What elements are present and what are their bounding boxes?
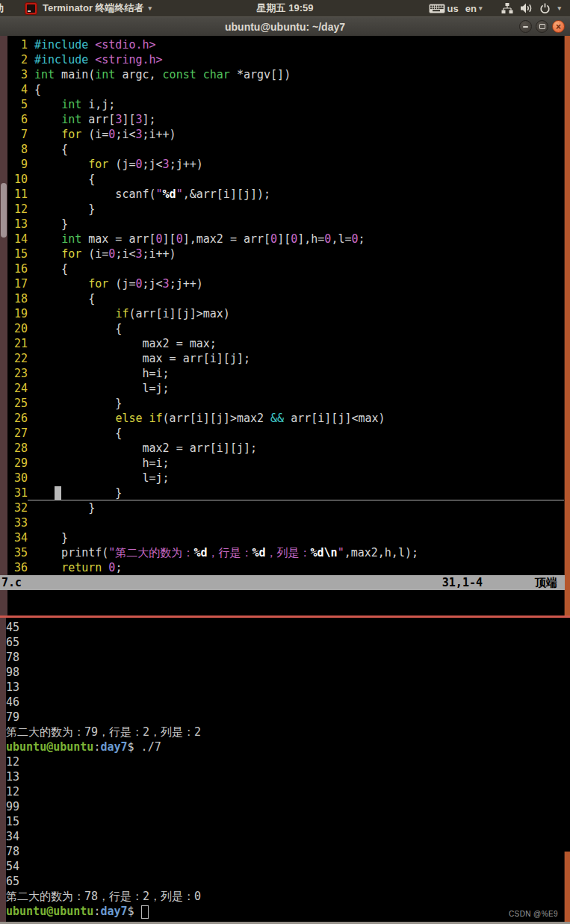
terminal-line[interactable]: 13 xyxy=(6,680,559,695)
line-number: 29 xyxy=(7,456,28,471)
code-line[interactable]: 7 for (i=0;i<3;i++) xyxy=(7,127,565,142)
terminator-app-icon[interactable] xyxy=(25,2,37,15)
code-line[interactable]: 15 for (i=0;i<3;i++) xyxy=(7,246,565,261)
code-line[interactable]: 36 return 0; xyxy=(7,560,565,575)
code-line[interactable]: 8 { xyxy=(7,142,565,157)
text-segment: 0 xyxy=(270,232,277,246)
code-line[interactable]: 13 } xyxy=(7,217,565,232)
code-line[interactable]: 27 { xyxy=(7,426,565,441)
text-segment: 3 xyxy=(163,277,170,291)
code-line[interactable]: 35 printf("第二大的数为：%d，行是：%d，列是：%d\n",max2… xyxy=(7,545,565,560)
terminal-output[interactable]: 45657898134679第二大的数为：79，行是：2，列是：2ubuntu@… xyxy=(6,620,559,919)
language-indicator[interactable]: en ▾ xyxy=(465,3,483,14)
terminal-line[interactable]: 78 xyxy=(6,844,559,859)
code-line[interactable]: 34 } xyxy=(7,530,565,545)
text-segment xyxy=(34,232,61,246)
desktop-screen: 动 Terminator 终端终结者 ▾ 星期五 19:59 us en ▾ xyxy=(0,0,570,924)
text-segment: 0 xyxy=(135,158,142,171)
window-title-bar[interactable]: ubuntu@ubuntu: ~/day7 × xyxy=(0,16,570,36)
vim-ruler: 31,1-4 xyxy=(442,575,483,590)
keyboard-indicator[interactable]: us xyxy=(429,3,459,14)
code-line[interactable]: 29 h=i; xyxy=(7,456,565,471)
terminal-line[interactable]: 13 xyxy=(6,769,559,784)
code-line[interactable]: 1#include <stdio.h> xyxy=(7,37,565,52)
terminal-line[interactable]: ubuntu@ubuntu:day7$ xyxy=(6,904,559,919)
terminal-line[interactable]: 78 xyxy=(6,650,559,665)
code-line[interactable]: 12 } xyxy=(7,202,565,217)
text-segment: (arr[i][j]>max2 xyxy=(163,412,271,425)
text-segment: for xyxy=(88,277,108,291)
code-line[interactable]: 4{ xyxy=(7,82,565,97)
terminal-line[interactable]: 99 xyxy=(6,799,559,814)
terminal-line[interactable]: 12 xyxy=(6,754,559,769)
code-line[interactable]: 26 else if(arr[i][j]>max2 && arr[i][j]<m… xyxy=(7,411,565,426)
code-area[interactable]: 1#include <stdio.h>2#include <string.h>3… xyxy=(7,37,565,575)
code-line[interactable]: 21 max2 = max; xyxy=(7,336,565,351)
text-segment: ;i++) xyxy=(143,247,176,261)
close-button[interactable]: × xyxy=(552,20,565,33)
text-segment: for xyxy=(88,158,108,171)
code-line[interactable]: 16 { xyxy=(7,261,565,276)
code-line[interactable]: 31 } xyxy=(7,486,565,500)
terminal-line[interactable]: 46 xyxy=(6,695,559,710)
code-line[interactable]: 5 int i,j; xyxy=(7,97,565,112)
code-line[interactable]: 25 } xyxy=(7,396,565,411)
line-number: 4 xyxy=(7,82,28,97)
terminal-line[interactable]: 65 xyxy=(6,874,559,889)
code-line[interactable]: 11 scanf("%d",&arr[i][j]); xyxy=(7,187,565,202)
terminal-line[interactable]: 34 xyxy=(6,829,559,844)
terminal-line[interactable]: 54 xyxy=(6,859,559,874)
line-number: 13 xyxy=(7,217,28,232)
text-segment: ;j++) xyxy=(170,277,203,291)
text-segment: } xyxy=(34,501,95,515)
code-line[interactable]: 23 h=i; xyxy=(7,366,565,381)
line-number: 15 xyxy=(7,246,28,261)
minimize-button[interactable] xyxy=(519,20,532,33)
code-line[interactable]: 28 max2 = arr[i][j]; xyxy=(7,441,565,456)
power-icon[interactable] xyxy=(539,3,551,14)
code-line[interactable]: 6 int arr[3][3]; xyxy=(7,112,565,127)
left-scrollbar-track[interactable] xyxy=(0,618,6,924)
code-line[interactable]: 30 l=j; xyxy=(7,471,565,486)
code-line[interactable]: 18 { xyxy=(7,291,565,306)
code-line[interactable]: 20 { xyxy=(7,321,565,336)
text-segment: 13 xyxy=(6,770,19,784)
terminal-line[interactable]: 15 xyxy=(6,814,559,829)
code-line[interactable]: 17 for (j=0;j<3;j++) xyxy=(7,276,565,291)
code-line[interactable]: 32 } xyxy=(7,500,565,515)
code-line[interactable]: 14 int max = arr[0][0],max2 = arr[0][0],… xyxy=(7,232,565,246)
terminal-line[interactable]: 12 xyxy=(6,784,559,799)
code-line[interactable]: 33 xyxy=(7,515,565,530)
text-segment: argc, xyxy=(115,68,162,81)
terminal-line[interactable]: 65 xyxy=(6,635,559,650)
right-scrollbar[interactable] xyxy=(564,36,570,616)
vim-pane: 1#include <stdio.h>2#include <string.h>3… xyxy=(0,36,570,616)
left-scrollbar[interactable] xyxy=(0,36,7,616)
text-segment: } xyxy=(34,397,122,410)
text-segment: (i= xyxy=(81,247,108,261)
code-line[interactable]: 19 if(arr[i][j]>max) xyxy=(7,306,565,321)
code-line[interactable]: 9 for (j=0;j<3;j++) xyxy=(7,157,565,172)
terminal-line[interactable]: 79 xyxy=(6,710,559,725)
code-line[interactable]: 3int main(int argc, const char *argv[]) xyxy=(7,67,565,82)
text-segment: int xyxy=(61,232,81,246)
code-line[interactable]: 22 max = arr[i][j]; xyxy=(7,351,565,366)
terminal-line[interactable]: 第二大的数为：78，行是：2，列是：0 xyxy=(6,889,559,904)
code-line[interactable]: 10 { xyxy=(7,172,565,187)
chevron-down-icon[interactable]: ▾ xyxy=(557,4,561,12)
code-line[interactable]: 2#include <string.h> xyxy=(7,52,565,67)
clock[interactable]: 星期五 19:59 xyxy=(257,1,314,15)
terminal-line[interactable]: 45 xyxy=(6,620,559,635)
code-line[interactable]: 24 l=j; xyxy=(7,381,565,396)
volume-icon[interactable] xyxy=(520,3,533,13)
network-icon[interactable] xyxy=(501,3,513,13)
scrollbar-thumb[interactable] xyxy=(564,852,570,922)
line-number: 35 xyxy=(7,545,28,560)
terminal-line[interactable]: 第二大的数为：79，行是：2，列是：2 xyxy=(6,725,559,739)
text-segment: $ ./7 xyxy=(128,740,161,754)
maximize-button[interactable] xyxy=(536,20,548,33)
terminal-line[interactable]: 98 xyxy=(6,665,559,680)
terminal-line[interactable]: ubuntu@ubuntu:day7$ ./7 xyxy=(6,739,559,754)
app-menu[interactable]: Terminator 终端终结者 xyxy=(43,1,144,15)
scrollbar-thumb[interactable] xyxy=(1,183,7,238)
